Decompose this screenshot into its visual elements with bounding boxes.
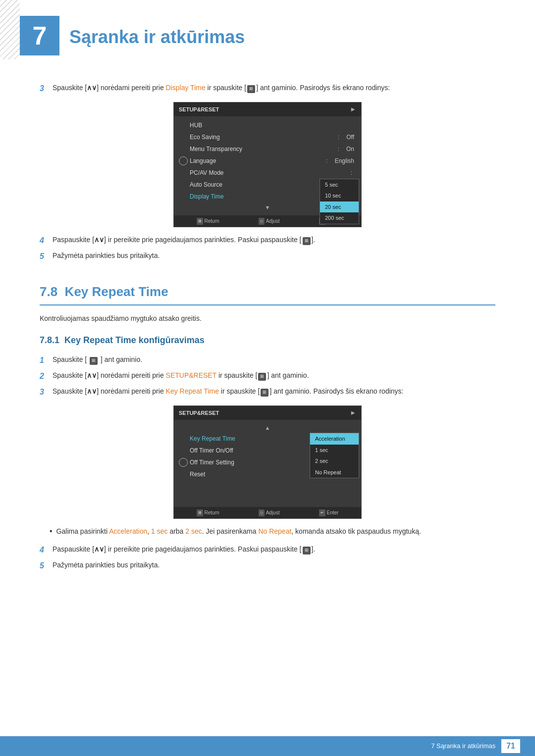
- screen1-menutrans-value: On: [346, 145, 354, 153]
- enter-icon-2: ↵: [319, 509, 325, 516]
- screen2-empty1: [174, 480, 361, 488]
- stripe-decoration: [0, 0, 20, 59]
- screen1-ecosaving-value: Off: [346, 133, 354, 142]
- section-7-8-1-title: Key Repeat Time konfigūravimas: [64, 335, 205, 345]
- screen1-dropdown-20sec: 20 sec: [320, 202, 359, 213]
- footer-page-number: 71: [501, 739, 520, 753]
- screen2-footer: ⊞ Return ◇ Adjust ↵ Enter: [174, 507, 361, 518]
- screen1-body: HUB Eco Saving : Off Menu Transparency :…: [174, 116, 361, 216]
- krt-step-3: 3 Spauskite [∧∨] norėdami pereiti prie K…: [40, 386, 495, 398]
- screen2-title: SETUP&RESET: [179, 409, 219, 417]
- screen1-row-language: Language : English: [174, 155, 361, 167]
- display-time-steps: 3 Spauskite [∧∨] norėdami pereiti prie D…: [40, 83, 495, 95]
- screen2-row-krt: Key Repeat Time : Acceleration 1 sec 2 s…: [174, 433, 361, 445]
- screen1-dropdown-5sec: 5 sec: [320, 179, 359, 191]
- screen1-arrow: ►: [350, 104, 356, 114]
- bullet-list-krt: • Galima pasirinkti Acceleration, 1 sec …: [50, 526, 495, 537]
- screen1-footer-return: ⊞ Return: [197, 217, 219, 225]
- step-text-4b: Paspauskite [∧∨] ir pereikite prie pagei…: [53, 544, 495, 554]
- adjust-icon: ◇: [259, 218, 265, 225]
- menu-icon-4b: ⊞: [303, 547, 311, 554]
- screen1-adjust-label: Adjust: [266, 217, 280, 225]
- screen2-empty2: [174, 488, 361, 496]
- screen2-enter-label: Enter: [327, 509, 339, 516]
- step-item-5a: 5 Pažymėta parinkties bus pritaikyta.: [40, 251, 495, 262]
- menu-icon-1: ⊞: [90, 357, 98, 365]
- menu-icon-3: ⊞: [261, 389, 268, 397]
- section-7-8-title: Key Repeat Time: [65, 284, 168, 299]
- step-text-4a: Paspauskite [∧∨] ir pereikite prie pagei…: [53, 235, 495, 245]
- bullet-text-1: Galima pasirinkti Acceleration, 1 sec ar…: [56, 526, 495, 537]
- step-num-4a: 4: [40, 235, 48, 247]
- steps-4-5b: 4 Paspauskite [∧∨] ir pereikite prie pag…: [40, 544, 495, 572]
- screen2-up-arrow: ▲: [174, 423, 361, 433]
- section-7-8-1-heading: 7.8.1 Key Repeat Time konfigūravimas: [40, 334, 495, 347]
- section-7-8-1-number: 7.8.1: [40, 335, 59, 345]
- section-7-8-number: 7.8: [40, 284, 57, 299]
- screen2-titlebar: SETUP&RESET ►: [174, 406, 361, 420]
- screen1-title: SETUP&RESET: [179, 105, 219, 114]
- screen2-return-label: Return: [205, 509, 219, 516]
- step-text-3a: Spauskite [∧∨] norėdami pereiti prie Dis…: [53, 83, 495, 93]
- screen1-return-label: Return: [205, 217, 219, 225]
- screen1-row-ecosaving: Eco Saving : Off: [174, 131, 361, 143]
- krt-step-num-3: 3: [40, 386, 48, 398]
- krt-steps-1-3: 1 Spauskite [ ⊞ ] ant gaminio. 2 Spauski…: [40, 354, 495, 398]
- screen1-menutrans-label: Menu Transparency: [190, 145, 336, 153]
- screen1-pcav-label: PC/AV Mode: [190, 168, 349, 177]
- screen2-dropdown: Acceleration 1 sec 2 sec No Repeat: [310, 433, 359, 478]
- screen1-dropdown-10sec: 10 sec: [320, 190, 359, 202]
- step-item-5b: 5 Pažymėta parinkties bus pritaikyta.: [40, 560, 495, 572]
- chapter-title: Sąranka ir atkūrimas: [69, 15, 245, 50]
- adjust-icon-2: ◇: [259, 509, 265, 516]
- krt-step-text-3: Spauskite [∧∨] norėdami pereiti prie Key…: [53, 386, 495, 397]
- step-number-3a: 3: [40, 83, 48, 95]
- screen1-titlebar: SETUP&RESET ►: [174, 102, 361, 116]
- screen2-dropdown-1sec: 1 sec: [310, 445, 359, 456]
- step-item-4b: 4 Paspauskite [∧∨] ir pereikite prie pag…: [40, 544, 495, 556]
- screen1-row-pcav: PC/AV Mode :: [174, 167, 361, 179]
- step-item-4a: 4 Paspauskite [∧∨] ir pereikite prie pag…: [40, 235, 495, 247]
- menu-icon-2: ⊞: [258, 373, 266, 381]
- screen1-row-autosrc: Auto Source : 5 sec 10 sec 20 sec 200 se…: [174, 179, 361, 191]
- screen1-container: SETUP&RESET ► HUB Eco Saving : Off Menu …: [40, 102, 495, 227]
- screen1-ecosaving-label: Eco Saving: [190, 133, 336, 142]
- step-num-5a: 5: [40, 251, 48, 262]
- screen2-mockup: SETUP&RESET ► ▲ Key Repeat Time : Accele…: [173, 405, 362, 519]
- screen1-dropdown: 5 sec 10 sec 20 sec 200 sec: [320, 179, 359, 224]
- bullet-item-1: • Galima pasirinkti Acceleration, 1 sec …: [50, 526, 495, 537]
- step-text-5b: Pažymėta parinkties bus pritaikyta.: [53, 560, 495, 570]
- screen2-dropdown-accel: Acceleration: [310, 433, 359, 445]
- krt-step-text-2: Spauskite [∧∨] norėdami pereiti prie SET…: [53, 370, 495, 381]
- screen1-language-label: Language: [190, 156, 324, 165]
- screen2-adjust-label: Adjust: [266, 509, 280, 516]
- krt-step-2: 2 Spauskite [∧∨] norėdami pereiti prie S…: [40, 370, 495, 382]
- steps-4-5a: 4 Paspauskite [∧∨] ir pereikite prie pag…: [40, 235, 495, 262]
- screen1-dropdown-200sec: 200 sec: [320, 212, 359, 224]
- screen2-footer-return: ⊞ Return: [197, 509, 219, 516]
- section-7-8-heading: 7.8 Key Repeat Time: [40, 282, 495, 305]
- step-num-4b: 4: [40, 544, 48, 556]
- page-footer: 7 Sąranka ir atkūrimas 71: [0, 736, 535, 756]
- screen1-language-value: English: [335, 156, 354, 165]
- screen1-row-menutrans: Menu Transparency : On: [174, 143, 361, 155]
- krt-step-num-2: 2: [40, 370, 48, 382]
- page-header: 7 Sąranka ir atkūrimas: [0, 0, 535, 65]
- krt-step-1: 1 Spauskite [ ⊞ ] ant gaminio.: [40, 354, 495, 366]
- krt-step-text-1: Spauskite [ ⊞ ] ant gaminio.: [53, 354, 495, 365]
- screen1-mockup: SETUP&RESET ► HUB Eco Saving : Off Menu …: [173, 102, 362, 227]
- return-icon: ⊞: [197, 218, 203, 225]
- krt-step-num-1: 1: [40, 354, 48, 366]
- chapter-number: 7: [20, 16, 59, 55]
- screen2-arrow: ►: [350, 408, 356, 418]
- screen2-body: ▲ Key Repeat Time : Acceleration 1 sec 2…: [174, 420, 361, 507]
- screen1-row-hub: HUB: [174, 119, 361, 131]
- step-text-5a: Pažymėta parinkties bus pritaikyta.: [53, 251, 495, 261]
- screen2-container: SETUP&RESET ► ▲ Key Repeat Time : Accele…: [40, 405, 495, 519]
- screen2-empty3: [174, 496, 361, 504]
- screen2-footer-enter: ↵ Enter: [319, 509, 339, 516]
- screen2-dropdown-2sec: 2 sec: [310, 455, 359, 467]
- screen2-dropdown-norepeat: No Repeat: [310, 467, 359, 478]
- screen1-hub-label: HUB: [190, 121, 354, 130]
- screen2-footer-adjust: ◇ Adjust: [259, 509, 280, 516]
